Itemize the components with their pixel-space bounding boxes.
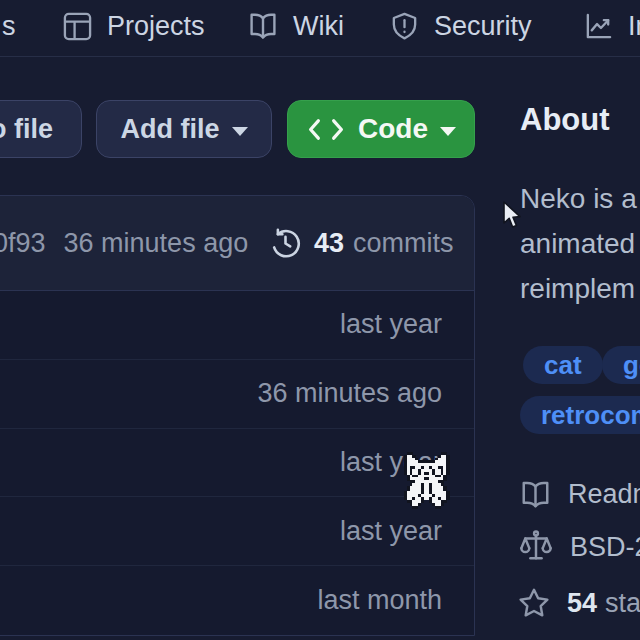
file-row-time: last month — [317, 585, 442, 616]
star-icon — [517, 586, 551, 620]
stars-label: stars — [605, 588, 640, 618]
graph-icon — [583, 11, 614, 42]
topic-label: retrocomputing — [541, 400, 640, 431]
add-file-button[interactable]: Add file — [96, 100, 272, 158]
tab-security[interactable]: Security — [389, 6, 532, 46]
commits-label: commits — [353, 228, 454, 259]
stars-link[interactable]: 54stars — [517, 586, 640, 620]
add-file-label: Add file — [121, 114, 220, 145]
tab-projects-label: Projects — [107, 11, 205, 42]
latest-commit-bar: 0f93 36 minutes ago 43 commits — [0, 196, 474, 291]
go-to-file-button[interactable]: o file — [0, 100, 82, 158]
topic-tag-retrocomputing[interactable]: retrocomputing — [520, 396, 640, 434]
about-heading: About — [520, 102, 610, 138]
shield-exclamation-icon — [389, 11, 420, 42]
law-scales-icon — [518, 528, 554, 566]
tab-security-label: Security — [434, 11, 532, 42]
license-link[interactable]: BSD-2-Clause license — [518, 528, 640, 566]
code-brackets-icon — [306, 117, 346, 142]
repo-tab-bar: s Projects Wiki Security Insights — [0, 0, 640, 57]
license-label: BSD-2-Clause license — [570, 532, 640, 563]
file-row[interactable]: last year — [0, 291, 474, 360]
go-to-file-label: o file — [0, 114, 53, 145]
nav-item-fragment[interactable]: s — [2, 6, 16, 46]
chevron-down-icon — [440, 127, 456, 136]
book-icon — [519, 478, 552, 511]
stars-text: 54stars — [567, 588, 640, 619]
about-description-line: animated — [520, 228, 635, 260]
file-row-time: 36 minutes ago — [257, 378, 442, 409]
code-button[interactable]: Code — [287, 100, 475, 158]
file-row-time: last year — [340, 309, 442, 340]
nav-fragment-label: s — [2, 11, 16, 42]
commit-time: 36 minutes ago — [64, 228, 249, 259]
tab-projects[interactable]: Projects — [62, 6, 205, 46]
commit-history-link[interactable]: 43 commits — [269, 196, 454, 291]
history-clock-icon — [269, 227, 302, 260]
file-row[interactable]: last year — [0, 497, 474, 566]
book-icon — [247, 10, 279, 42]
commit-hash[interactable]: 0f93 — [0, 228, 46, 259]
file-list-panel: 0f93 36 minutes ago 43 commits last year… — [0, 195, 475, 636]
about-description-line: reimplem — [520, 273, 635, 305]
topic-tag-golang[interactable]: golang — [602, 346, 640, 384]
about-description-line: Neko is a — [520, 183, 637, 215]
code-label: Code — [358, 113, 428, 145]
topic-tag-cat[interactable]: cat — [523, 346, 603, 384]
readme-link[interactable]: Readme — [519, 478, 640, 511]
file-row[interactable]: last year — [0, 429, 474, 498]
topic-label: golang — [623, 350, 640, 381]
file-row[interactable]: 36 minutes ago — [0, 360, 474, 429]
table-icon — [62, 11, 93, 42]
file-row[interactable]: last month — [0, 566, 474, 635]
tab-insights-label: Insights — [628, 11, 640, 42]
topic-label: cat — [544, 350, 582, 381]
file-row-time: last year — [340, 516, 442, 547]
latest-commit-info[interactable]: 0f93 36 minutes ago — [0, 196, 248, 291]
tab-wiki[interactable]: Wiki — [247, 6, 344, 46]
github-repo-page: { "nav": { "items": [ { "label": "s", "i… — [0, 0, 640, 640]
chevron-down-icon — [232, 127, 248, 136]
tab-wiki-label: Wiki — [293, 11, 344, 42]
neko-cat-sprite — [404, 452, 449, 508]
readme-label: Readme — [568, 479, 640, 510]
commit-count: 43 — [314, 228, 344, 259]
tab-insights[interactable]: Insights — [583, 6, 640, 46]
mouse-cursor — [502, 201, 524, 235]
star-count: 54 — [567, 588, 597, 618]
